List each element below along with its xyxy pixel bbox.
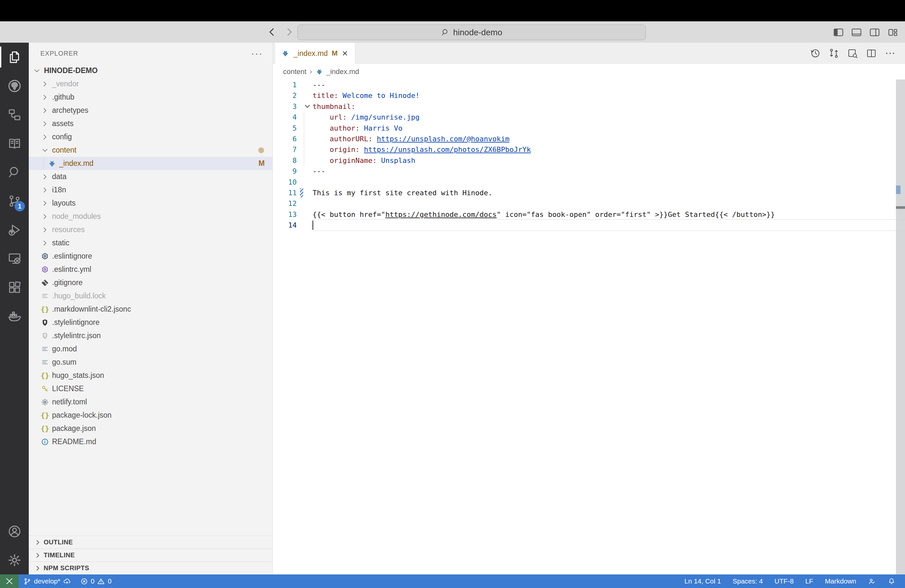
tree-file-.hugo_build.lock[interactable]: .hugo_build.lock bbox=[29, 289, 273, 303]
tree-folder-resources[interactable]: resources bbox=[29, 223, 273, 236]
section-outline[interactable]: OUTLINE bbox=[29, 536, 273, 548]
activity-docker[interactable] bbox=[0, 302, 29, 331]
code-line-5[interactable]: 5 author: Harris Vo bbox=[273, 123, 905, 133]
tree-folder-archetypes[interactable]: archetypes bbox=[29, 104, 273, 117]
branch-status[interactable]: develop* bbox=[19, 574, 76, 588]
tree-file-README.md[interactable]: README.md bbox=[29, 435, 273, 448]
tree-folder-_vendor[interactable]: _vendor bbox=[29, 77, 273, 91]
status-indentation[interactable]: Spaces: 4 bbox=[728, 574, 768, 588]
activity-docs-book[interactable] bbox=[0, 129, 29, 158]
command-center-search[interactable]: hinode-demo bbox=[297, 25, 646, 40]
code-line-9[interactable]: 9--- bbox=[273, 166, 905, 176]
bell-icon bbox=[888, 577, 895, 585]
code-line-11[interactable]: 11This is my first site created with Hin… bbox=[273, 188, 905, 198]
tree-file-.markdownlint-cli2.jsonc[interactable]: {}.markdownlint-cli2.jsonc bbox=[29, 303, 273, 316]
file-label: go.sum bbox=[52, 358, 76, 367]
tree-file-LICENSE[interactable]: LICENSE bbox=[29, 382, 273, 395]
editor-scrollbar[interactable] bbox=[896, 79, 905, 574]
split-editor-button[interactable] bbox=[865, 47, 878, 60]
tree-folder-content[interactable]: content bbox=[29, 143, 273, 157]
tree-file-package-lock.json[interactable]: {}package-lock.json bbox=[29, 408, 273, 422]
layout-panel-icon bbox=[851, 27, 862, 38]
tree-file-.gitignore[interactable]: .gitignore bbox=[29, 276, 273, 289]
tree-file-go.sum[interactable]: go.sum bbox=[29, 356, 273, 369]
tree-folder-assets[interactable]: assets bbox=[29, 117, 273, 130]
status-eol[interactable]: LF bbox=[800, 574, 818, 588]
problems-status[interactable]: 0 0 bbox=[76, 574, 116, 588]
activity-project-hierarchy[interactable] bbox=[0, 100, 29, 129]
toggle-sidebar-right-button[interactable] bbox=[868, 26, 881, 39]
tree-file-_index.md[interactable]: _index.mdM bbox=[29, 157, 273, 170]
activity-explorer[interactable] bbox=[0, 43, 29, 72]
tree-file-netlify.toml[interactable]: netlify.toml bbox=[29, 395, 273, 408]
activity-github[interactable] bbox=[0, 72, 29, 100]
line-number: 1 bbox=[273, 79, 297, 90]
activity-accounts[interactable] bbox=[0, 517, 29, 546]
tree-folder-i18n[interactable]: i18n bbox=[29, 183, 273, 197]
code-line-3[interactable]: 3thumbnail: bbox=[273, 101, 905, 112]
code-line-7[interactable]: 7 origin: https://unsplash.com/photos/ZX… bbox=[273, 144, 905, 155]
activity-run-debug[interactable] bbox=[0, 215, 29, 244]
code-line-4[interactable]: 4 url: /img/sunrise.jpg bbox=[273, 112, 905, 122]
toggle-panel-button[interactable] bbox=[850, 26, 863, 39]
code-line-13[interactable]: 13{{< button href="https://gethinode.com… bbox=[273, 209, 905, 220]
feedback-button[interactable] bbox=[863, 574, 881, 588]
nav-forward-button[interactable] bbox=[283, 26, 295, 38]
code-line-1[interactable]: 1--- bbox=[273, 79, 905, 90]
code-line-14[interactable]: 14 bbox=[273, 220, 905, 230]
tree-file-.eslintignore[interactable]: .eslintignore bbox=[29, 250, 273, 263]
tree-file-.stylelintignore[interactable]: .stylelintignore bbox=[29, 316, 273, 329]
status-cursor-position[interactable]: Ln 14, Col 1 bbox=[680, 574, 726, 588]
indent-guide bbox=[304, 123, 304, 133]
compare-changes-button[interactable] bbox=[827, 47, 840, 60]
file-label: package.json bbox=[52, 424, 96, 433]
text-cursor bbox=[313, 221, 313, 230]
tree-folder-.github[interactable]: .github bbox=[29, 91, 273, 104]
customize-layout-button[interactable] bbox=[886, 26, 899, 39]
activity-search[interactable] bbox=[0, 158, 29, 186]
chevron-right-icon bbox=[41, 226, 49, 234]
open-preview-button[interactable] bbox=[846, 47, 859, 60]
more-editor-actions-button[interactable] bbox=[884, 47, 897, 60]
activity-settings[interactable] bbox=[0, 546, 29, 574]
tree-root-folder[interactable]: HINODE-DEMO bbox=[29, 64, 273, 77]
breadcrumb-file[interactable]: _index.md bbox=[326, 68, 359, 76]
tree-folder-static[interactable]: static bbox=[29, 236, 273, 250]
status-encoding[interactable]: UTF-8 bbox=[770, 574, 799, 588]
sync-cloud-upload-icon bbox=[63, 577, 71, 585]
tree-folder-node_modules[interactable]: node_modules bbox=[29, 210, 273, 223]
nav-back-button[interactable] bbox=[266, 26, 278, 38]
tab-index-md[interactable]: _index.md M × bbox=[275, 43, 355, 64]
code-line-10[interactable]: 10 bbox=[273, 177, 905, 188]
sidebar-header: EXPLORER ··· bbox=[29, 43, 273, 64]
tree-folder-config[interactable]: config bbox=[29, 130, 273, 143]
timeline-history-button[interactable] bbox=[809, 47, 822, 60]
tree-file-.eslintrc.yml[interactable]: .eslintrc.yml bbox=[29, 263, 273, 276]
notifications-button[interactable] bbox=[883, 574, 900, 588]
toggle-sidebar-left-button[interactable] bbox=[832, 26, 845, 39]
code-line-6[interactable]: 6 authorURL: https://unsplash.com/@hoanv… bbox=[273, 133, 905, 144]
tree-folder-data[interactable]: data bbox=[29, 170, 273, 183]
code-line-12[interactable]: 12 bbox=[273, 198, 905, 209]
section-npm-scripts[interactable]: NPM SCRIPTS bbox=[29, 561, 273, 574]
activity-extensions[interactable] bbox=[0, 273, 29, 302]
tree-file-go.mod[interactable]: go.mod bbox=[29, 342, 273, 356]
lines-slate-icon bbox=[41, 358, 49, 367]
tab-close-button[interactable]: × bbox=[341, 48, 348, 58]
tree-file-.stylelintrc.json[interactable]: .stylelintrc.json bbox=[29, 329, 273, 342]
code-line-8[interactable]: 8 originName: Unsplash bbox=[273, 155, 905, 166]
tree-file-package.json[interactable]: {}package.json bbox=[29, 422, 273, 435]
tree-folder-layouts[interactable]: layouts bbox=[29, 197, 273, 210]
breadcrumb-folder[interactable]: content bbox=[283, 68, 306, 76]
activity-remote-explorer[interactable] bbox=[0, 244, 29, 273]
activity-source-control[interactable]: 1 bbox=[0, 186, 29, 215]
code-line-2[interactable]: 2title: Welcome to Hinode! bbox=[273, 90, 905, 101]
chevron-down-icon bbox=[33, 67, 41, 75]
status-language-mode[interactable]: Markdown bbox=[820, 574, 861, 588]
remote-indicator[interactable] bbox=[0, 574, 19, 588]
section-timeline[interactable]: TIMELINE bbox=[29, 548, 273, 561]
tree-file-hugo_stats.json[interactable]: {}hugo_stats.json bbox=[29, 369, 273, 382]
code-editor[interactable]: 1---2title: Welcome to Hinode!3thumbnail… bbox=[273, 79, 905, 574]
explorer-more-actions-button[interactable]: ··· bbox=[249, 48, 265, 59]
chevron-right-icon bbox=[34, 551, 42, 559]
